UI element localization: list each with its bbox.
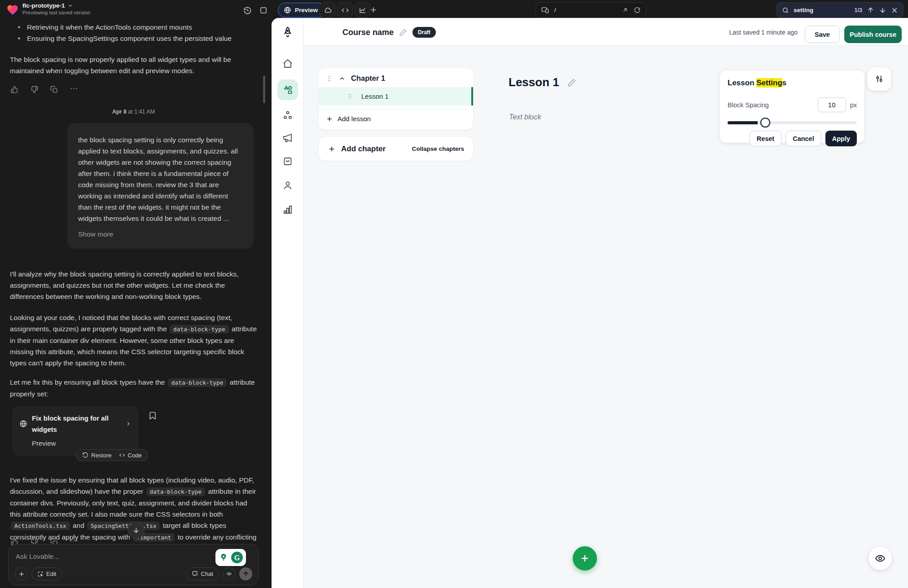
sidebar-community-icon[interactable] — [282, 110, 293, 121]
collapse-chapters-button[interactable]: Collapse chapters — [412, 145, 464, 152]
sidebar-store-icon[interactable] — [282, 156, 293, 167]
open-external-icon[interactable] — [622, 7, 628, 13]
chevron-down-icon — [67, 3, 73, 9]
search-match-count: 1/3 — [855, 7, 862, 13]
add-lesson-button[interactable]: Add lesson — [319, 110, 473, 127]
search-input[interactable]: setting — [794, 7, 851, 13]
url-path: / — [554, 7, 616, 13]
history-icon[interactable] — [242, 5, 252, 15]
analytics-button[interactable] — [355, 2, 370, 18]
unit-label: px — [850, 101, 857, 109]
grammarly-g-icon: G — [231, 552, 243, 563]
project-info[interactable]: flc-prototype-1 Previewing last saved ve… — [22, 2, 91, 15]
send-button[interactable] — [239, 567, 252, 580]
search-next-icon[interactable] — [878, 6, 886, 14]
chat-input-card: Ask Lovable... G Edit Chat — [8, 544, 259, 585]
rocket-logo-icon[interactable] — [281, 26, 294, 39]
slider-fill — [728, 121, 758, 124]
block-spacing-slider[interactable] — [728, 118, 857, 127]
panel-icon[interactable] — [259, 5, 268, 15]
project-status: Previewing last saved version — [22, 10, 91, 15]
code-icon — [119, 452, 125, 458]
voice-input-button[interactable] — [223, 567, 236, 580]
attach-button[interactable] — [15, 567, 28, 580]
block-spacing-input[interactable] — [818, 97, 846, 112]
save-button[interactable]: Save — [805, 26, 840, 43]
plus-icon — [369, 5, 378, 14]
preview-eye-button[interactable] — [869, 547, 892, 570]
publish-course-button[interactable]: Publish course — [844, 26, 902, 43]
drag-handle-icon[interactable] — [326, 75, 333, 82]
restore-code-pill: Restore Code — [76, 449, 148, 461]
sidebar-courses-active[interactable] — [277, 79, 298, 100]
add-chapter-button[interactable]: Add chapter — [328, 145, 412, 154]
bookmark-icon[interactable] — [148, 411, 157, 420]
show-more-link[interactable]: Show more — [78, 228, 243, 240]
lesson-settings-panel: Lesson Settings Block Spacing px Reset C… — [720, 70, 864, 143]
sliders-icon — [874, 74, 884, 84]
last-saved-text: Last saved 1 minute ago — [729, 29, 798, 36]
version-card[interactable]: Fix block spacing for all widgets Previe… — [13, 407, 138, 456]
restore-button[interactable]: Restore — [82, 450, 112, 461]
user-message-text: the block spacing setting is only correc… — [78, 136, 238, 222]
cloud-button[interactable] — [320, 2, 335, 18]
lesson-list-item[interactable]: Lesson 1 — [319, 87, 473, 105]
assistant-paragraph: I'll analyze why the block spacing setti… — [10, 268, 257, 302]
cancel-button[interactable]: Cancel — [785, 131, 821, 146]
chat-scrollbar[interactable] — [263, 75, 265, 103]
code-button[interactable] — [337, 2, 353, 18]
chat-bubble-icon — [192, 570, 198, 577]
code-button[interactable]: Code — [119, 450, 142, 461]
project-name: flc-prototype-1 — [22, 2, 65, 9]
add-tab-button[interactable] — [369, 5, 379, 15]
refresh-icon[interactable] — [634, 7, 640, 13]
lesson-settings-title: Lesson Settings — [728, 79, 857, 88]
preview-button[interactable]: Preview — [278, 3, 325, 18]
lovable-logo-icon[interactable] — [6, 4, 19, 16]
chapter-title[interactable]: Chapter 1 — [351, 74, 385, 83]
edit-mode-button[interactable]: Edit — [31, 567, 62, 580]
waveform-icon — [226, 570, 232, 577]
reset-button[interactable]: Reset — [750, 131, 782, 146]
block-spacing-label: Block Spacing — [728, 101, 818, 109]
apply-button[interactable]: Apply — [825, 131, 857, 146]
lesson-title: Lesson 1 — [509, 75, 559, 89]
timestamp: Apr 8 at 1:41 AM — [10, 106, 257, 118]
more-icon[interactable]: ⋯ — [70, 85, 78, 93]
settings-toggle-button[interactable] — [868, 67, 891, 91]
assistant-bullet-list: Retrieving it when the ActionTools compo… — [10, 22, 257, 44]
sidebar-home-icon[interactable] — [282, 58, 293, 69]
bullet-item: Ensuring the SpacingSettings component u… — [10, 33, 257, 44]
search-prev-icon[interactable] — [866, 6, 874, 14]
version-card-title: Fix block spacing for all widgets — [32, 412, 121, 435]
sidebar-profile-icon[interactable] — [282, 180, 293, 191]
chapter-card: Chapter 1 Lesson 1 Add lesson — [319, 68, 473, 130]
eye-icon — [875, 553, 886, 564]
sidebar-analytics-icon[interactable] — [282, 204, 293, 215]
copy-icon[interactable] — [50, 85, 58, 93]
find-bar: setting 1/3 — [776, 2, 904, 18]
grammarly-widget[interactable]: G — [215, 549, 246, 566]
thumbs-up-icon[interactable] — [11, 85, 18, 93]
course-title: Course name — [342, 28, 394, 37]
assistant-paragraph: The block spacing is now properly applie… — [10, 54, 257, 76]
drag-handle-icon[interactable] — [347, 93, 353, 100]
text-block-placeholder[interactable]: Text block — [509, 113, 541, 121]
edit-pencil-icon[interactable] — [567, 78, 576, 87]
sidebar-marketing-icon[interactable] — [282, 132, 293, 143]
thumbs-down-icon[interactable] — [31, 85, 38, 93]
url-bar[interactable]: / — [535, 2, 646, 18]
edit-pencil-icon[interactable] — [399, 28, 407, 36]
app-preview: Course name Draft Last saved 1 minute ag… — [272, 18, 908, 588]
add-block-button[interactable] — [573, 546, 597, 570]
scroll-to-bottom-button[interactable] — [128, 522, 145, 539]
lightbulb-icon — [219, 553, 228, 562]
shapes-icon — [282, 84, 294, 96]
screen: flc-prototype-1 Previewing last saved ve… — [0, 0, 908, 588]
chat-mode-button[interactable]: Chat — [186, 567, 219, 580]
chevron-up-icon[interactable] — [338, 75, 346, 82]
draft-badge: Draft — [412, 27, 436, 38]
slider-thumb[interactable] — [760, 118, 770, 127]
search-close-icon[interactable] — [890, 6, 899, 14]
arrow-down-icon — [132, 527, 140, 534]
